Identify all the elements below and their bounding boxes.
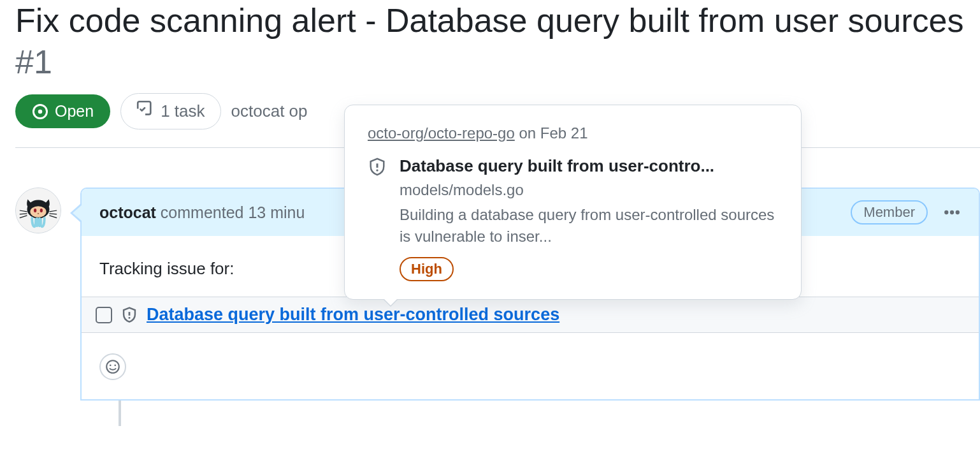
issue-open-meta: octocat op <box>231 101 308 121</box>
meta-author[interactable]: octocat <box>231 101 285 121</box>
alert-hovercard: octo-org/octo-repo-go on Feb 21 Database… <box>344 105 802 300</box>
svg-point-18 <box>129 316 131 318</box>
svg-point-19 <box>106 360 119 373</box>
tasklist-icon <box>136 100 154 122</box>
hovercard-file-path: models/models.go <box>400 181 778 199</box>
task-item-row: Database query built from user-controlle… <box>82 297 979 333</box>
hovercard-repo-row: octo-org/octo-repo-go on Feb 21 <box>368 124 778 142</box>
shield-icon <box>368 158 387 179</box>
task-item-link[interactable]: Database query built from user-controlle… <box>147 305 559 325</box>
svg-point-14 <box>944 210 948 214</box>
severity-badge: High <box>400 257 454 281</box>
svg-point-7 <box>38 213 40 214</box>
issue-title-row: Fix code scanning alert - Database query… <box>15 0 980 83</box>
comment-action-text: commented 13 minu <box>161 203 305 221</box>
hovercard-caret <box>383 299 398 307</box>
svg-point-20 <box>110 364 112 366</box>
issue-title: Fix code scanning alert - Database query… <box>15 2 963 39</box>
open-state-icon <box>32 103 48 120</box>
hovercard-description: Building a database query from user-con­… <box>400 204 778 247</box>
meta-action: op <box>289 101 308 121</box>
avatar[interactable] <box>15 188 61 233</box>
hovercard-repo-link[interactable]: octo-org/octo-repo-go <box>368 124 515 142</box>
svg-point-1 <box>38 109 43 114</box>
svg-point-6 <box>40 209 43 212</box>
svg-point-4 <box>30 206 46 217</box>
timeline-connector <box>119 401 121 426</box>
comment-author[interactable]: octocat <box>99 203 156 221</box>
svg-point-15 <box>950 210 954 214</box>
task-count-label: 1 task <box>161 101 205 121</box>
kebab-icon <box>943 203 961 221</box>
hovercard-title: Database query built from user-contro... <box>400 156 778 176</box>
octocat-avatar-icon <box>16 188 61 233</box>
hovercard-date: on Feb 21 <box>515 124 588 142</box>
svg-point-21 <box>114 364 116 366</box>
add-reaction-button[interactable] <box>99 353 126 380</box>
svg-point-16 <box>956 210 960 214</box>
svg-point-23 <box>376 169 378 171</box>
comment-actions-menu[interactable] <box>943 203 961 221</box>
state-label: Open <box>55 102 94 121</box>
svg-point-5 <box>34 209 36 212</box>
state-badge-open: Open <box>15 94 110 128</box>
task-checkbox[interactable] <box>96 307 112 323</box>
issue-number: #1 <box>15 43 52 80</box>
smiley-icon <box>105 359 120 374</box>
shield-icon <box>121 307 138 323</box>
member-badge: Member <box>851 200 928 224</box>
task-count-badge[interactable]: 1 task <box>120 93 220 129</box>
